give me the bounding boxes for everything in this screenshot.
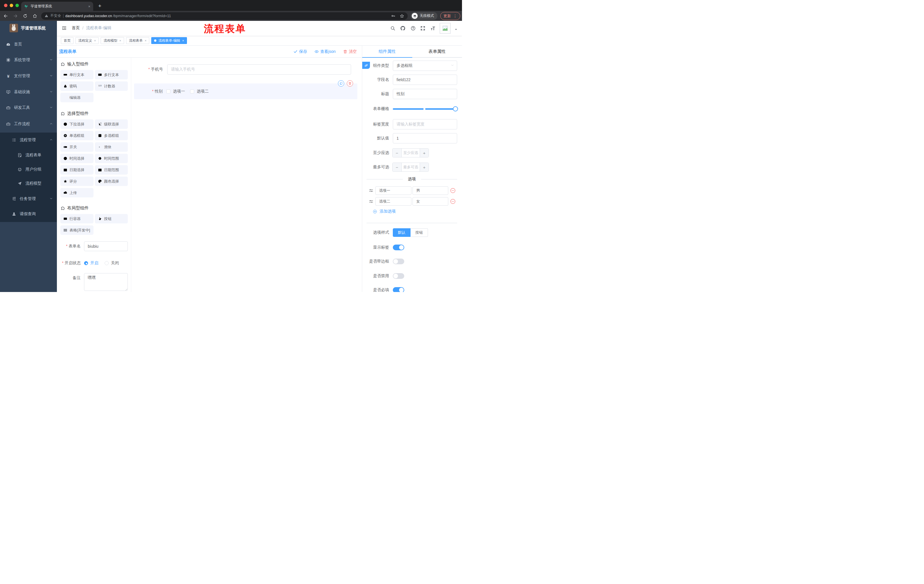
window-zoom-button[interactable] bbox=[15, 4, 19, 7]
drag-handle-icon[interactable] bbox=[369, 199, 373, 204]
palette-item-time-picker[interactable]: 时间选择 bbox=[60, 154, 94, 163]
close-icon[interactable] bbox=[94, 39, 96, 42]
palette-item-cascader[interactable]: 级联选择 bbox=[95, 119, 128, 129]
form-remark-textarea[interactable]: 嘿嘿 bbox=[84, 273, 128, 291]
sidebar-collapse-icon[interactable] bbox=[61, 25, 67, 32]
avatar-caret-down-icon[interactable] bbox=[454, 27, 458, 32]
sidebar-item-home[interactable]: 首页 bbox=[0, 37, 57, 51]
grid-slider[interactable] bbox=[393, 104, 457, 114]
palette-item-single-line-text[interactable]: 单行文本 bbox=[60, 70, 94, 79]
checkbox-icon[interactable] bbox=[167, 89, 170, 94]
github-icon[interactable] bbox=[400, 25, 406, 31]
slider-track[interactable] bbox=[393, 108, 455, 110]
browser-tab[interactable]: 芋道管理系统 bbox=[21, 2, 93, 11]
home-button[interactable] bbox=[31, 12, 39, 20]
minus-button[interactable]: − bbox=[393, 148, 402, 157]
clear-button[interactable]: 清空 bbox=[343, 49, 357, 54]
password-key-icon[interactable] bbox=[391, 14, 395, 18]
sidebar-item-system[interactable]: 系统管理 bbox=[0, 53, 57, 67]
breadcrumb-home[interactable]: 首页 bbox=[72, 25, 80, 31]
help-icon[interactable] bbox=[410, 25, 416, 31]
browser-update-button[interactable]: 更新 bbox=[440, 12, 460, 20]
search-icon[interactable] bbox=[390, 25, 396, 31]
fullscreen-icon[interactable] bbox=[420, 25, 426, 31]
component-type-select[interactable]: 多选框组 bbox=[393, 61, 457, 71]
sidebar-item-user-group[interactable]: 用户分组 bbox=[0, 162, 57, 176]
max-select-input[interactable]: 最多可选 bbox=[402, 163, 420, 171]
show-label-switch[interactable] bbox=[393, 245, 404, 250]
required-switch[interactable] bbox=[393, 287, 404, 292]
palette-item-rate[interactable]: 评分 bbox=[60, 176, 94, 186]
palette-item-checkbox-group[interactable]: 多选框组 bbox=[95, 131, 128, 140]
palette-item-counter[interactable]: 计数器 bbox=[95, 81, 128, 91]
canvas-field-gender-selected[interactable]: 性别 选项一 选项二 bbox=[134, 84, 357, 99]
window-close-button[interactable] bbox=[4, 4, 7, 7]
min-select-input[interactable]: 至少应选 bbox=[402, 148, 420, 157]
option-label-input[interactable]: 选项二 bbox=[375, 197, 411, 206]
palette-item-multi-line-text[interactable]: 多行文本 bbox=[95, 70, 128, 79]
palette-item-switch[interactable]: 开关 bbox=[60, 142, 94, 152]
tag-process-form-edit[interactable]: 流程表单-编辑 bbox=[151, 37, 187, 44]
phone-input[interactable]: 请输入手机号 bbox=[167, 64, 351, 74]
style-button-button[interactable]: 按钮 bbox=[411, 228, 428, 237]
duplicate-field-button[interactable] bbox=[338, 80, 344, 87]
sidebar-item-process-model[interactable]: 流程模型 bbox=[0, 176, 57, 191]
palette-item-password[interactable]: 密码 bbox=[60, 81, 94, 91]
palette-item-color-picker[interactable]: 颜色选择 bbox=[95, 176, 128, 186]
palette-item-table[interactable]: 表格[开发中] bbox=[60, 225, 94, 235]
sidebar-item-workflow[interactable]: 工作流程 bbox=[0, 117, 57, 131]
tab-form-props[interactable]: 表单属性 bbox=[412, 46, 462, 57]
palette-item-upload[interactable]: 上传 bbox=[60, 188, 94, 197]
plus-button[interactable]: + bbox=[420, 148, 429, 157]
status-radio-on[interactable]: 开启 bbox=[84, 261, 98, 266]
back-button[interactable] bbox=[2, 12, 10, 20]
font-size-icon[interactable] bbox=[430, 25, 436, 31]
security-label[interactable]: 不安全 bbox=[50, 13, 61, 18]
close-icon[interactable] bbox=[182, 39, 184, 42]
bookmark-star-icon[interactable] bbox=[400, 14, 404, 18]
tag-process-definition[interactable]: 流程定义 bbox=[76, 37, 99, 44]
palette-item-button[interactable]: 按钮 bbox=[95, 214, 128, 224]
border-switch[interactable] bbox=[393, 258, 404, 264]
palette-item-select[interactable]: 下拉选择 bbox=[60, 119, 94, 129]
checkbox-icon[interactable] bbox=[190, 89, 194, 94]
option-label-input[interactable]: 选项一 bbox=[375, 186, 411, 195]
status-radio-off[interactable]: 关闭 bbox=[105, 261, 119, 266]
close-icon[interactable] bbox=[145, 39, 146, 42]
style-default-button[interactable]: 默认 bbox=[393, 228, 411, 237]
sidebar-item-task-mgmt[interactable]: 任务管理 bbox=[0, 192, 57, 206]
tab-component-props[interactable]: 组件属性 bbox=[362, 46, 412, 57]
sidebar-item-infra[interactable]: 基础设施 bbox=[0, 85, 57, 99]
tag-home[interactable]: 首页 bbox=[61, 37, 73, 44]
forward-button[interactable] bbox=[12, 12, 20, 20]
disabled-switch[interactable] bbox=[393, 273, 404, 279]
view-json-button[interactable]: 查看json bbox=[315, 49, 336, 54]
label-width-input[interactable]: 请输入标签宽度 bbox=[393, 119, 457, 130]
form-name-input[interactable]: biubiu bbox=[84, 242, 128, 251]
sidebar-item-payment[interactable]: ¥支付管理 bbox=[0, 69, 57, 83]
browser-menu-icon[interactable] bbox=[453, 14, 457, 18]
address-bar[interactable]: 不安全 dashboard.yudao.iocoder.cn/bpm/manag… bbox=[41, 12, 408, 20]
palette-item-date-picker[interactable]: 日期选择 bbox=[60, 165, 94, 174]
save-button[interactable]: 保存 bbox=[293, 49, 307, 54]
remove-option-button[interactable] bbox=[450, 199, 456, 204]
form-canvas[interactable]: 手机号 请输入手机号 性别 选项一 选项二 bbox=[131, 58, 351, 292]
field-name-input[interactable]: field122 bbox=[393, 74, 457, 85]
reload-button[interactable] bbox=[21, 12, 29, 20]
new-tab-button[interactable] bbox=[96, 2, 104, 10]
window-minimize-button[interactable] bbox=[10, 4, 13, 7]
option-value-input[interactable]: 女 bbox=[412, 197, 448, 206]
sidebar-item-process-mgmt[interactable]: 流程管理 bbox=[0, 133, 57, 147]
sidebar-item-devtools[interactable]: 研发工具 bbox=[0, 100, 57, 115]
remove-option-button[interactable] bbox=[450, 188, 456, 193]
gender-option-2[interactable]: 选项二 bbox=[190, 89, 209, 94]
drag-handle-icon[interactable] bbox=[369, 188, 373, 193]
palette-item-editor[interactable]: 编辑器 bbox=[60, 93, 94, 102]
palette-item-row-container[interactable]: 行容器 bbox=[60, 214, 94, 224]
tag-process-form[interactable]: 流程表单 bbox=[126, 37, 149, 44]
sidebar-item-leave-query[interactable]: 请假查询 bbox=[0, 207, 57, 221]
minus-button[interactable]: − bbox=[393, 163, 402, 171]
plus-button[interactable]: + bbox=[420, 163, 429, 171]
close-icon[interactable] bbox=[119, 39, 121, 42]
palette-item-time-range[interactable]: 时间范围 bbox=[95, 154, 128, 163]
